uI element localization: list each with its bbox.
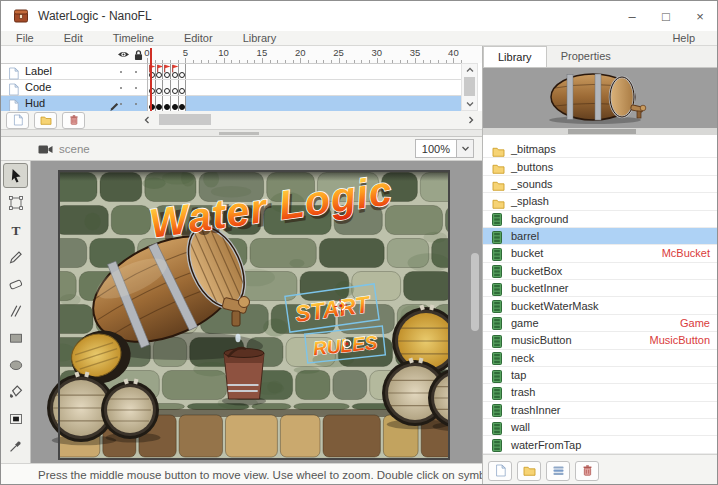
zoom-control[interactable]: 100% xyxy=(415,139,474,158)
library-item-neck[interactable]: neck xyxy=(483,350,718,367)
add-layer-button[interactable] xyxy=(6,112,29,129)
minimize-button[interactable]: – xyxy=(615,1,649,31)
library-item-bucketBox[interactable]: bucketBox xyxy=(483,263,718,280)
right-barrel-stack[interactable] xyxy=(382,304,482,431)
library-item-label: bucket xyxy=(511,247,543,259)
timeline-vscroll-thumb[interactable] xyxy=(464,77,475,96)
preview-scrollbar[interactable] xyxy=(483,128,718,135)
pencil-icon xyxy=(6,247,26,267)
symbol-icon xyxy=(492,317,502,330)
stage-canvas[interactable]: Water Logic Water Logic START RULES xyxy=(31,161,482,463)
new-symbol-button[interactable] xyxy=(488,461,512,481)
eye-icon[interactable] xyxy=(117,49,130,60)
chevron-down-icon xyxy=(461,145,470,152)
library-item-_bitmaps[interactable]: _bitmaps xyxy=(483,141,718,158)
add-folder-button[interactable] xyxy=(34,112,57,129)
tool-eyedropper[interactable] xyxy=(3,433,28,458)
scroll-up-icon[interactable] xyxy=(465,66,475,74)
tab-library[interactable]: Library xyxy=(483,46,547,67)
app-icon xyxy=(13,8,29,24)
tool-rectangle[interactable] xyxy=(3,325,28,350)
tab-properties[interactable]: Properties xyxy=(547,46,625,67)
ellipse-icon xyxy=(6,355,26,375)
select-icon xyxy=(6,166,26,186)
linkage-class-label: MusicButton xyxy=(649,334,710,346)
preview-scroll-thumb[interactable] xyxy=(568,129,636,134)
menu-item-help[interactable]: Help xyxy=(672,32,717,44)
tool-text[interactable]: T xyxy=(3,217,28,242)
scroll-left-icon[interactable] xyxy=(143,115,151,125)
menu-item-timeline[interactable]: Timeline xyxy=(98,32,169,44)
menu-item-editor[interactable]: Editor xyxy=(169,32,228,44)
library-item-bucket[interactable]: bucket McBucket xyxy=(483,245,718,262)
tool-select[interactable] xyxy=(3,163,28,188)
library-item-musicButton[interactable]: musicButton MusicButton xyxy=(483,332,718,349)
symbol-icon xyxy=(492,404,502,417)
tool-paint-bucket[interactable] xyxy=(3,379,28,404)
tool-ellipse[interactable] xyxy=(3,352,28,377)
ruler-tick-label: 30 xyxy=(366,47,388,58)
timeline-playhead[interactable] xyxy=(150,48,152,111)
delete-layer-button[interactable] xyxy=(62,112,85,129)
layer-page-icon xyxy=(8,83,19,96)
library-item-trashInner[interactable]: trashInner xyxy=(483,402,718,419)
timeline-hscroll-thumb[interactable] xyxy=(159,114,211,125)
menu-item-file[interactable]: File xyxy=(1,32,49,44)
splitter-grip[interactable] xyxy=(219,132,259,135)
trash-icon xyxy=(582,464,593,477)
bucket-art[interactable] xyxy=(222,348,266,406)
timeline-horizontal-scrollbar[interactable] xyxy=(141,113,477,127)
canvas-vscroll-thumb[interactable] xyxy=(471,253,479,331)
tool-eraser[interactable] xyxy=(3,271,28,296)
library-item-label: wall xyxy=(511,421,530,433)
library-preview[interactable] xyxy=(483,68,718,128)
menu-item-library[interactable]: Library xyxy=(228,32,292,44)
timeline-vertical-scrollbar[interactable] xyxy=(461,63,478,111)
ruler-tick-label: 15 xyxy=(251,47,273,58)
tool-pencil[interactable] xyxy=(3,244,28,269)
tool-line[interactable] xyxy=(3,298,28,323)
library-item-game[interactable]: game Game xyxy=(483,315,718,332)
library-item-barrel[interactable]: barrel xyxy=(483,228,718,245)
library-item-trash[interactable]: trash xyxy=(483,384,718,401)
library-item-_splash[interactable]: _splash xyxy=(483,193,718,210)
frame-cell[interactable] xyxy=(178,96,187,111)
timeline-splitter[interactable] xyxy=(1,129,482,137)
line-icon xyxy=(6,301,26,321)
frame-cell[interactable] xyxy=(178,64,187,79)
title-bar: WaterLogic - NanoFL – □ × xyxy=(1,1,717,32)
frame-cell[interactable] xyxy=(178,80,187,95)
library-item-tap[interactable]: tap xyxy=(483,367,718,384)
delete-symbol-button[interactable] xyxy=(575,461,599,481)
ruler-tick-label: 25 xyxy=(328,47,350,58)
maximize-button[interactable]: □ xyxy=(649,1,683,31)
zoom-dropdown-button[interactable] xyxy=(456,140,473,157)
library-item-bucketWaterMask[interactable]: bucketWaterMask xyxy=(483,297,718,314)
timeline-layer-label[interactable]: Label xyxy=(1,64,461,80)
library-item-background[interactable]: background xyxy=(483,211,718,228)
library-item-wall[interactable]: wall xyxy=(483,419,718,436)
symbol-properties-button[interactable] xyxy=(546,461,570,481)
new-library-folder-button[interactable] xyxy=(517,461,541,481)
free-transform-icon xyxy=(6,193,26,213)
tool-transform-fill[interactable] xyxy=(3,406,28,431)
menu-item-edit[interactable]: Edit xyxy=(49,32,98,44)
tool-free-transform[interactable] xyxy=(3,190,28,215)
scroll-down-icon[interactable] xyxy=(465,100,475,108)
timeline-ruler[interactable]: 0510152025303540 xyxy=(1,46,482,63)
trash-icon xyxy=(69,114,79,126)
library-item-waterFromTap[interactable]: waterFromTap xyxy=(483,436,718,453)
breadcrumb-scene[interactable]: scene xyxy=(59,143,90,155)
symbol-icon xyxy=(492,439,502,452)
scene-icon xyxy=(38,143,53,155)
close-button[interactable]: × xyxy=(683,1,717,31)
library-item-label: background xyxy=(511,213,569,225)
scroll-right-icon[interactable] xyxy=(467,115,475,125)
library-item-_buttons[interactable]: _buttons xyxy=(483,158,718,175)
timeline-layer-hud[interactable]: Hud xyxy=(1,96,461,112)
timeline-layer-code[interactable]: Code xyxy=(1,80,461,96)
library-item-label: barrel xyxy=(511,230,539,242)
symbol-icon xyxy=(492,265,502,278)
library-item-bucketInner[interactable]: bucketInner xyxy=(483,280,718,297)
library-item-_sounds[interactable]: _sounds xyxy=(483,176,718,193)
